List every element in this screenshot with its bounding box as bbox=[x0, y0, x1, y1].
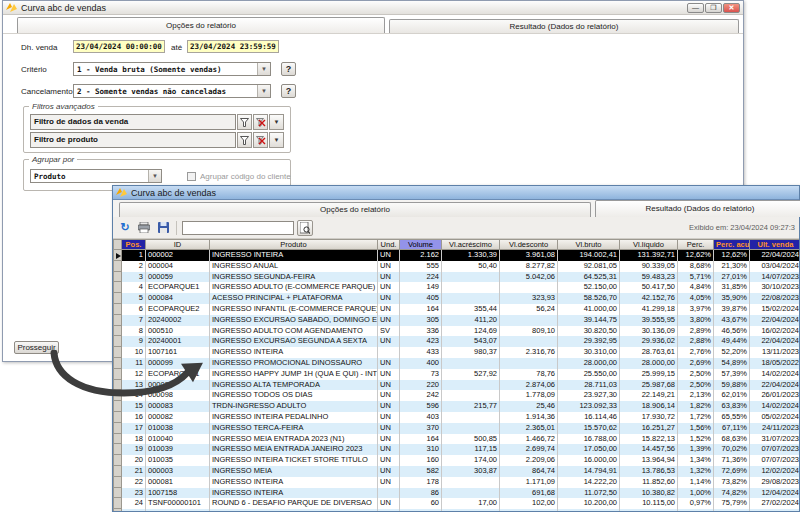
column-header[interactable]: Perc. acum bbox=[714, 239, 750, 250]
date-from-field[interactable]: 23/04/2024 00:00:00 bbox=[73, 40, 165, 53]
table-row[interactable]: 16000082INGRESSO INTEIRA PEDALINHOUN4031… bbox=[113, 412, 799, 423]
column-header[interactable]: Vl.bruto bbox=[558, 239, 620, 250]
group-client-checkbox[interactable] bbox=[187, 172, 196, 181]
filter-icon-button[interactable] bbox=[237, 114, 252, 130]
table-row[interactable]: 15000083TRDN-INGRESSO ADULTOUN596215,772… bbox=[113, 401, 799, 412]
row-selector-cell[interactable] bbox=[113, 326, 122, 337]
column-header[interactable]: Volume bbox=[400, 239, 442, 250]
row-selector-cell[interactable] bbox=[113, 477, 122, 488]
save-button[interactable] bbox=[155, 220, 171, 236]
table-cell: INGRESSO ADULTO COM AGENDAMENTO bbox=[210, 326, 378, 337]
table-row[interactable]: 720240002INGRESSO EXCURSAO SABADO, DOMIN… bbox=[113, 315, 799, 326]
row-selector-cell[interactable] bbox=[113, 336, 122, 347]
tab-result-w1[interactable]: Resultado (Dados do relatório) bbox=[389, 19, 739, 33]
table-row[interactable]: 2000004INGRESSO ANUALUN55550,408.277,829… bbox=[113, 261, 799, 272]
column-header[interactable]: Und. bbox=[378, 239, 400, 250]
row-selector-cell[interactable] bbox=[113, 412, 122, 423]
chevron-down-icon[interactable]: ▼ bbox=[148, 170, 161, 182]
table-row[interactable]: 21000003INGRESSO MEIAUN582303,87864,7414… bbox=[113, 466, 799, 477]
window1-titlebar[interactable]: Curva abc de vendas — ❐ ✕ bbox=[3, 1, 743, 15]
row-selector-cell[interactable] bbox=[113, 282, 122, 293]
table-row[interactable]: 17010038INGRESSO TERCA-FEIRAUN3702.365,0… bbox=[113, 423, 799, 434]
table-cell: 149 bbox=[400, 282, 442, 293]
table-row[interactable]: 24TSNF00000101ROUND 6 - DESAFIO PARQUE D… bbox=[113, 498, 799, 509]
cancelamento-select[interactable]: 2 - Somente vendas não canceladas ▼ bbox=[73, 84, 271, 98]
row-selector-cell[interactable] bbox=[113, 261, 122, 272]
row-selector-cell[interactable] bbox=[113, 358, 122, 369]
cancelamento-help-button[interactable]: ? bbox=[281, 84, 296, 98]
column-header[interactable]: Vl.acréscimo bbox=[442, 239, 500, 250]
row-selector-cell[interactable] bbox=[113, 315, 122, 326]
row-selector-cell[interactable] bbox=[113, 272, 122, 283]
row-selector-cell[interactable] bbox=[113, 498, 122, 509]
table-row[interactable]: 11000099INGRESSO PROMOCIONAL DINOSSAUROU… bbox=[113, 358, 799, 369]
tab-options-w1[interactable]: Opções do relatório bbox=[17, 17, 385, 33]
row-selector-cell[interactable] bbox=[113, 488, 122, 499]
tab-result-w2[interactable]: Resultado (Dados do relatório) bbox=[595, 200, 800, 217]
tab-options-w2[interactable]: Opções do relatório bbox=[119, 202, 591, 217]
row-selector-cell[interactable] bbox=[113, 304, 122, 315]
filter-icon-button[interactable] bbox=[237, 132, 252, 148]
criterio-select[interactable]: 1 - Venda bruta (Somente vendas) ▼ bbox=[73, 62, 271, 76]
column-header[interactable]: Ult. venda bbox=[750, 239, 799, 250]
clear-filter-icon-button[interactable] bbox=[253, 132, 268, 148]
date-to-field[interactable]: 23/04/2024 23:59:59 bbox=[187, 40, 279, 53]
column-header[interactable]: Vl.desconto bbox=[500, 239, 558, 250]
print-button[interactable] bbox=[136, 220, 152, 236]
table-row[interactable]: 4ECOPARQUE1INGRESSO ADULTO (E-COMMERCE P… bbox=[113, 282, 799, 293]
table-row[interactable]: 22000081INGRESSO INTEIRAUN1781.171,0914.… bbox=[113, 477, 799, 488]
column-header[interactable]: Perc. bbox=[678, 239, 714, 250]
filter-label[interactable]: Filtro de produto bbox=[30, 132, 236, 148]
column-header[interactable]: ID bbox=[146, 239, 210, 250]
table-row[interactable]: 8000510INGRESSO ADULTO COM AGENDAMENTOSV… bbox=[113, 326, 799, 337]
row-selector-cell[interactable] bbox=[113, 390, 122, 401]
row-selector-cell[interactable] bbox=[113, 444, 122, 455]
table-row[interactable]: 101007161INGRESSO INTEIRA433980,372.316,… bbox=[113, 347, 799, 358]
table-row[interactable]: 920240001INGRESSO EXCURSAO SEGUNDA A SEX… bbox=[113, 336, 799, 347]
table-row[interactable]: 12ECOPARQUE1INGRESSO HAPPY JUMP 1H (QUA … bbox=[113, 369, 799, 380]
row-selector-cell[interactable] bbox=[113, 293, 122, 304]
table-row[interactable]: 18010040INGRESSO MEIA ENTRADA 2023 (N1)U… bbox=[113, 434, 799, 445]
row-selector-cell[interactable] bbox=[113, 380, 122, 391]
chevron-down-icon[interactable]: ▼ bbox=[257, 85, 270, 97]
group-by-select[interactable]: Produto ▼ bbox=[30, 169, 162, 183]
row-selector-cell[interactable] bbox=[113, 347, 122, 358]
table-row[interactable]: 13000038INGRESSO ALTA TEMPORADAUN2202.87… bbox=[113, 380, 799, 391]
row-selector-cell[interactable] bbox=[113, 401, 122, 412]
column-header[interactable]: Produto bbox=[210, 239, 378, 250]
row-selector-cell[interactable] bbox=[113, 434, 122, 445]
row-selector-cell[interactable] bbox=[113, 423, 122, 434]
restore-button[interactable]: ❐ bbox=[705, 3, 722, 13]
preview-button[interactable] bbox=[297, 220, 313, 236]
row-selector-cell[interactable] bbox=[113, 466, 122, 477]
clear-filter-icon-button[interactable] bbox=[253, 114, 268, 130]
table-row[interactable]: 6ECOPARQUE2INGRESSO INFANTIL (E-COMMERCE… bbox=[113, 304, 799, 315]
prosseguir-button[interactable]: Prosseguir bbox=[14, 341, 59, 354]
table-row[interactable]: 5000084ACESSO PRINCIPAL + PLATAFORMAUN40… bbox=[113, 293, 799, 304]
row-selector-cell[interactable] bbox=[113, 250, 122, 261]
refresh-button[interactable]: ↻ bbox=[117, 220, 133, 236]
close-button[interactable]: ✕ bbox=[723, 3, 740, 13]
column-header[interactable]: Pos. bbox=[122, 239, 146, 250]
table-row[interactable]: 25000009INGRESSO INTEGRADOUN152402,0010.… bbox=[113, 509, 799, 511]
table-cell: 22 bbox=[122, 477, 146, 488]
criterio-help-button[interactable]: ? bbox=[281, 62, 296, 76]
table-cell: 124,69 bbox=[442, 326, 500, 337]
table-row[interactable]: 19010039INGRESSO MEIA ENTRADA JANEIRO 20… bbox=[113, 444, 799, 455]
dropdown-icon-button[interactable]: ▼ bbox=[269, 132, 284, 148]
table-row[interactable]: 14000098INGRESSO TODOS OS DIASUN2421.778… bbox=[113, 390, 799, 401]
dropdown-icon-button[interactable]: ▼ bbox=[269, 114, 284, 130]
row-selector-cell[interactable] bbox=[113, 369, 122, 380]
search-input[interactable] bbox=[182, 221, 294, 235]
table-row[interactable]: 3000059INGRESSO SEGUNDA-FEIRAUN2245.042,… bbox=[113, 272, 799, 283]
minimize-button[interactable]: — bbox=[687, 3, 704, 13]
row-selector-cell[interactable] bbox=[113, 509, 122, 511]
window2-titlebar[interactable]: Curva abc de vendas bbox=[113, 186, 799, 200]
table-row[interactable]: 231007158INGRESSO INTEIRA86691,6811.072,… bbox=[113, 488, 799, 499]
column-header[interactable]: Vl.líquido bbox=[620, 239, 678, 250]
table-row[interactable]: 1000002INGRESSO INTEIRAUN2.1621.330,393.… bbox=[113, 250, 799, 261]
filter-label[interactable]: Filtro de dados da venda bbox=[30, 114, 236, 130]
table-row[interactable]: 20010035INGRESSO INTEIRA TICKET STORE TI… bbox=[113, 455, 799, 466]
chevron-down-icon[interactable]: ▼ bbox=[257, 63, 270, 75]
row-selector-cell[interactable] bbox=[113, 455, 122, 466]
